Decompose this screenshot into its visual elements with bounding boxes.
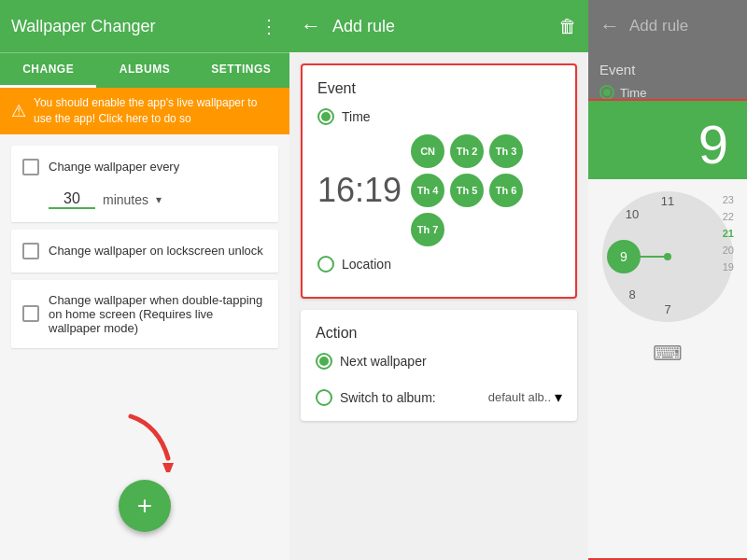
interval-unit: minutes (103, 192, 148, 207)
event-section-title: Event (317, 80, 560, 97)
day-chip-cn[interactable]: CN (411, 134, 444, 168)
tab-albums[interactable]: ALBUMS (96, 53, 192, 88)
change-every-label: Change wallpaper every (49, 160, 179, 174)
action-options: Next wallpaper Switch to album: default … (316, 353, 562, 406)
right-time-radio[interactable] (599, 85, 614, 100)
next-wallpaper-radio[interactable] (316, 353, 332, 370)
double-tap-option: Change wallpaper when double-tapping on … (11, 280, 278, 348)
time-radio[interactable] (317, 108, 334, 125)
day-chips: CN Th 2 Th 3 Th 4 Th 5 Th 6 Th 7 (411, 134, 560, 246)
event-card: Event Time 16:19 CN Th 2 Th 3 Th 4 Th 5 … (301, 63, 577, 299)
tab-change[interactable]: CHANGE (0, 53, 96, 88)
next-wallpaper-row: Next wallpaper (316, 353, 562, 370)
interval-input[interactable] (49, 190, 95, 209)
day-chip-th7[interactable]: Th 7 (411, 213, 444, 246)
next-wallpaper-label: Next wallpaper (340, 354, 427, 369)
app-toolbar: Wallpaper Changer ⋮ (0, 0, 289, 52)
right-toolbar: ← Add rule (588, 0, 747, 52)
action-section-title: Action (316, 325, 562, 342)
right-time-label: Time (620, 86, 646, 100)
right-back-icon[interactable]: ← (599, 14, 620, 38)
switch-album-label: Switch to album: (340, 390, 436, 405)
middle-panel: ← Add rule 🗑 Event Time 16:19 CN Th 2 Th… (289, 0, 588, 560)
right-panel: ← Add rule Event Time 9 (588, 0, 747, 560)
toolbar-icons: ⋮ (260, 15, 278, 37)
side-num-19: 19 (723, 261, 734, 273)
panel-toolbar: ← Add rule 🗑 (289, 0, 588, 52)
right-side-numbers: 23 22 21 20 19 (723, 194, 734, 273)
double-tap-checkbox[interactable] (22, 305, 39, 322)
svg-text:7: 7 (664, 302, 670, 316)
change-every-option: Change wallpaper every minutes ▾ (11, 146, 278, 222)
side-num-23: 23 (723, 194, 734, 205)
time-picker-overlay: 9 9 11 10 8 7 (588, 99, 747, 560)
svg-text:8: 8 (628, 287, 635, 301)
right-content: Event Time 9 9 (588, 52, 747, 560)
left-panel: Wallpaper Changer ⋮ CHANGE ALBUMS SETTIN… (0, 0, 289, 560)
double-tap-label: Change wallpaper when double-tapping on … (49, 293, 267, 335)
lockscreen-option: Change wallpaper on lockscreen unlock (11, 230, 278, 273)
location-radio[interactable] (317, 256, 334, 273)
svg-text:9: 9 (620, 249, 627, 264)
album-dropdown[interactable]: default alb.. ▾ (488, 388, 562, 406)
album-dropdown-icon: ▾ (555, 388, 562, 406)
warning-text: You should enable the app's live wallpap… (34, 95, 278, 127)
warning-icon: ⚠ (11, 101, 26, 121)
time-radio-row: Time (317, 108, 560, 125)
right-panel-title: Add rule (629, 17, 688, 35)
location-radio-row: Location (317, 256, 560, 273)
delete-icon[interactable]: 🗑 (558, 16, 577, 37)
time-days-container: 16:19 CN Th 2 Th 3 Th 4 Th 5 Th 6 Th 7 (317, 134, 560, 246)
side-num-21: 21 (723, 228, 734, 239)
location-radio-label: Location (342, 257, 391, 272)
day-chip-th2[interactable]: Th 2 (450, 134, 484, 168)
left-content: Change wallpaper every minutes ▾ Change … (0, 134, 289, 560)
clock-svg[interactable]: 9 11 10 8 7 (598, 187, 738, 327)
right-event-label: Event (588, 52, 747, 81)
keyboard-icon[interactable]: ⌨ (588, 334, 747, 373)
time-display[interactable]: 16:19 (317, 171, 402, 210)
album-name: default alb.. (488, 390, 551, 404)
switch-album-radio[interactable] (316, 389, 332, 406)
day-chip-th6[interactable]: Th 6 (489, 174, 523, 207)
tab-settings[interactable]: SETTINGS (193, 53, 289, 88)
app-title: Wallpaper Changer (11, 17, 155, 36)
panel-content: Event Time 16:19 CN Th 2 Th 3 Th 4 Th 5 … (289, 52, 588, 560)
overflow-menu-icon[interactable]: ⋮ (260, 15, 278, 37)
day-chip-th3[interactable]: Th 3 (489, 134, 523, 168)
warning-banner[interactable]: ⚠ You should enable the app's live wallp… (0, 88, 289, 134)
panel-title: Add rule (332, 17, 547, 36)
tabs-bar: CHANGE ALBUMS SETTINGS (0, 52, 289, 88)
back-icon[interactable]: ← (301, 14, 321, 38)
svg-marker-0 (162, 463, 174, 472)
interval-input-row: minutes ▾ (22, 190, 162, 209)
change-every-checkbox[interactable] (22, 159, 39, 175)
switch-album-row: Switch to album: default alb.. ▾ (316, 388, 562, 406)
svg-text:11: 11 (661, 194, 674, 208)
svg-text:10: 10 (626, 207, 639, 221)
lockscreen-checkbox[interactable] (22, 243, 39, 259)
side-num-20: 20 (723, 245, 734, 256)
side-num-22: 22 (723, 211, 734, 222)
svg-point-3 (664, 253, 671, 260)
add-rule-fab[interactable]: + (119, 480, 171, 532)
day-chip-th4[interactable]: Th 4 (411, 174, 444, 207)
action-card: Action Next wallpaper Switch to album: d… (301, 310, 577, 421)
picker-large-number: 9 (592, 108, 743, 172)
arrow-indicator (121, 407, 187, 476)
interval-unit-dropdown-icon[interactable]: ▾ (156, 193, 162, 206)
time-radio-label: Time (342, 109, 371, 124)
day-chip-th5[interactable]: Th 5 (450, 174, 484, 207)
lockscreen-label: Change wallpaper on lockscreen unlock (49, 244, 267, 258)
